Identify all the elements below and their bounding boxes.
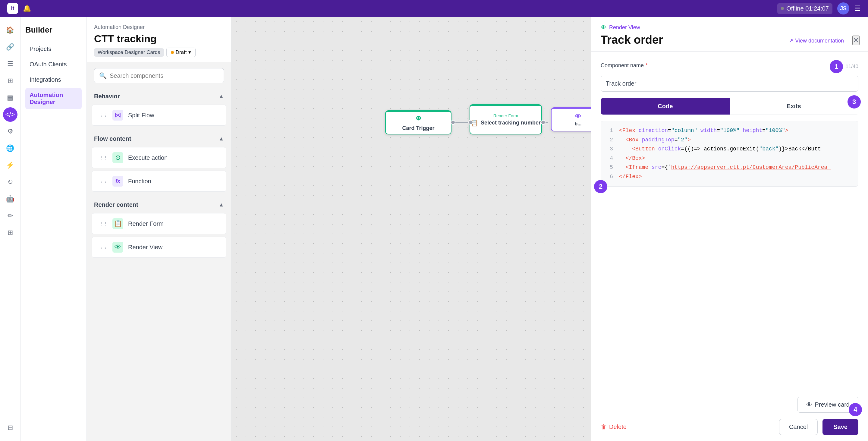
- sidebar-item-integrations[interactable]: Integrations: [25, 73, 82, 87]
- sidebar-item-projects[interactable]: Projects: [25, 42, 82, 56]
- right-panel-footer: 🗑 Delete Cancel Save: [591, 413, 868, 441]
- page-title: CTT tracking: [94, 33, 224, 44]
- component-function[interactable]: ⋮⋮ fx Function: [92, 170, 226, 192]
- component-name-input[interactable]: [601, 76, 858, 92]
- status-dot-icon: [781, 7, 784, 10]
- sidebar-icon-grid[interactable]: ⊞: [3, 73, 18, 88]
- save-button[interactable]: Save: [823, 419, 858, 435]
- view-documentation-link[interactable]: ↗ View documentation: [789, 37, 844, 44]
- behavior-collapse-icon[interactable]: ▲: [218, 93, 224, 99]
- code-editor[interactable]: 1 <Flex direction="column" width="100%" …: [601, 121, 858, 187]
- draft-dot-icon: [171, 51, 174, 54]
- sidebar-icon-edit[interactable]: ✏: [3, 209, 18, 223]
- nav-sidebar: Builder Projects OAuth Clients Integrati…: [21, 17, 87, 441]
- section-behavior-header: Behavior ▲: [87, 89, 231, 103]
- sidebar-icon-layers[interactable]: ▤: [3, 90, 18, 105]
- sidebar-icon-globe[interactable]: 🌐: [3, 141, 18, 156]
- flow-node-render-form[interactable]: Render Form 📋 Select tracking number: [470, 104, 542, 134]
- drag-handle-icon: ⋮⋮: [99, 221, 107, 226]
- component-split-flow[interactable]: ⋮⋮ ⋈ Split Flow: [92, 104, 226, 126]
- component-render-view[interactable]: ⋮⋮ 👁 Render View: [92, 237, 226, 258]
- nav-title: Builder: [25, 25, 82, 35]
- step-4-circle: 4: [849, 403, 862, 416]
- code-editor-container: 1 <Flex direction="column" width="100%" …: [601, 121, 858, 187]
- sidebar-icon-components[interactable]: ⊞: [3, 225, 18, 240]
- section-render-content-header: Render content ▲: [87, 198, 231, 212]
- cancel-button[interactable]: Cancel: [779, 419, 818, 435]
- section-flow-content-label: Flow content: [94, 135, 131, 142]
- tab-code[interactable]: Code: [601, 98, 730, 115]
- preview-card-wrapper: 👁 Preview card 4: [798, 397, 858, 413]
- search-input[interactable]: [110, 72, 219, 79]
- hamburger-menu-icon[interactable]: ☰: [854, 4, 861, 13]
- right-panel: 👁 Render View Track order ↗ View documen…: [591, 17, 868, 441]
- draft-chevron-icon: ▾: [188, 49, 191, 56]
- topbar-right: Offline 01:24:07 JS ☰: [777, 2, 861, 14]
- delete-button[interactable]: 🗑 Delete: [601, 423, 627, 431]
- execute-action-label: Execute action: [128, 154, 167, 161]
- char-count: 11/40: [845, 64, 858, 70]
- icon-sidebar: 🏠 🔗 ☰ ⊞ ▤ </> ⚙ 🌐 ⚡ ↻ 🤖 ✏ ⊞ ⊟: [0, 17, 21, 441]
- sidebar-icon-home[interactable]: 🏠: [3, 23, 18, 37]
- preview-card-container: 👁 Preview card 4: [591, 393, 868, 413]
- flow-node-card-trigger[interactable]: ⊕ Card Trigger: [385, 110, 452, 134]
- code-line-2: 2 <Box paddingTop="2">: [606, 135, 853, 145]
- function-label: Function: [128, 178, 151, 185]
- flow-content-collapse-icon[interactable]: ▲: [218, 136, 224, 142]
- component-name-label: Component name *: [601, 62, 648, 69]
- status-indicator: Offline 01:24:07: [777, 3, 832, 14]
- tab-container: Code Exits 3: [601, 98, 858, 115]
- sidebar-icon-refresh[interactable]: ↻: [3, 175, 18, 189]
- notification-bell-icon[interactable]: 🔔: [23, 4, 31, 12]
- footer-right-actions: Cancel Save: [779, 419, 858, 435]
- component-render-form[interactable]: ⋮⋮ 📋 Render Form: [92, 213, 226, 234]
- function-icon: fx: [113, 176, 123, 187]
- render-view-node-icon: 👁: [575, 113, 581, 120]
- close-panel-button[interactable]: ✕: [852, 36, 860, 45]
- view-docs-label: View documentation: [795, 38, 844, 44]
- flow-node-render-view[interactable]: 👁 b...: [551, 107, 591, 131]
- main-layout: 🏠 🔗 ☰ ⊞ ▤ </> ⚙ 🌐 ⚡ ↻ 🤖 ✏ ⊞ ⊟ Builder Pr…: [0, 17, 868, 441]
- right-panel-header: 👁 Render View Track order ↗ View documen…: [591, 17, 868, 52]
- components-panel: Automation Designer CTT tracking Workspa…: [87, 17, 231, 441]
- render-form-icon: 📋: [113, 218, 123, 229]
- sidebar-item-oauth[interactable]: OAuth Clients: [25, 57, 82, 71]
- render-view-header-icon: 👁: [601, 24, 607, 31]
- component-execute-action[interactable]: ⋮⋮ ⊙ Execute action: [92, 147, 226, 168]
- split-flow-label: Split Flow: [128, 112, 154, 119]
- code-line-4: 4 </Box>: [606, 154, 853, 163]
- code-line-3: 3 <Button onClick={()=> actions.goToExit…: [606, 145, 853, 154]
- flow-canvas[interactable]: ⊕ Card Trigger Render Form 📋 Select trac…: [231, 17, 591, 441]
- step-1-circle: 1: [830, 60, 843, 73]
- section-flow-content-header: Flow content ▲: [87, 132, 231, 146]
- field-label-row: Component name * 1 11/40: [601, 60, 858, 73]
- draft-badge[interactable]: Draft ▾: [166, 48, 196, 57]
- drag-handle-icon: ⋮⋮: [99, 245, 107, 250]
- sidebar-icon-robot[interactable]: 🤖: [3, 192, 18, 206]
- sidebar-icon-lightning[interactable]: ⚡: [3, 158, 18, 172]
- code-line-6: 6 </Flex>: [606, 172, 853, 182]
- sidebar-icon-settings[interactable]: ⚙: [3, 124, 18, 139]
- render-view-header-label: Render View: [609, 24, 640, 31]
- search-box[interactable]: 🔍: [94, 68, 224, 83]
- sidebar-icon-list[interactable]: ☰: [3, 57, 18, 71]
- drag-handle-icon: ⋮⋮: [99, 113, 107, 118]
- flow-canvas-inner: ⊕ Card Trigger Render Form 📋 Select trac…: [231, 17, 591, 441]
- sidebar-icon-link[interactable]: 🔗: [3, 40, 18, 54]
- render-content-collapse-icon[interactable]: ▲: [218, 202, 224, 208]
- preview-icon: 👁: [806, 401, 812, 408]
- app-logo[interactable]: it: [7, 3, 18, 14]
- sidebar-item-automation[interactable]: Automation Designer: [25, 88, 82, 109]
- split-flow-icon: ⋈: [113, 110, 123, 121]
- tab-exits[interactable]: Exits: [730, 98, 858, 115]
- render-view-icon: 👁: [113, 242, 123, 253]
- sidebar-icon-code[interactable]: </>: [3, 107, 18, 122]
- connector-dot-2: [468, 120, 473, 125]
- delete-label: Delete: [609, 423, 627, 431]
- render-view-indicator: 👁 Render View: [601, 24, 858, 31]
- code-line-5: 5 <Iframe src={`https://appserver.ctt.pt…: [606, 163, 853, 172]
- drag-handle-icon: ⋮⋮: [99, 155, 107, 160]
- preview-card-label: Preview card: [815, 401, 849, 408]
- sidebar-icon-grid2[interactable]: ⊟: [3, 420, 18, 435]
- avatar[interactable]: JS: [837, 2, 849, 14]
